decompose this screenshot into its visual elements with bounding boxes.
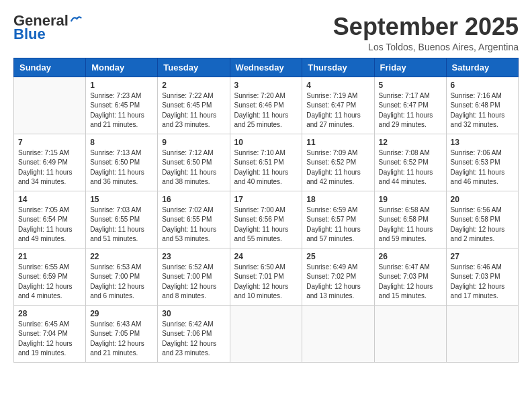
day-number: 3	[234, 81, 298, 90]
calendar-cell-w3-d3: 16Sunrise: 7:02 AMSunset: 6:55 PMDayligh…	[158, 191, 230, 248]
day-number: 4	[306, 81, 369, 90]
day-number: 28	[18, 309, 81, 318]
calendar-cell-w3-d5: 18Sunrise: 6:59 AMSunset: 6:57 PMDayligh…	[302, 191, 374, 248]
calendar-cell-w5-d4	[230, 305, 302, 362]
day-info: Sunrise: 7:02 AMSunset: 6:55 PMDaylight:…	[162, 205, 225, 244]
calendar-table: Sunday Monday Tuesday Wednesday Thursday…	[13, 58, 519, 363]
calendar-cell-w5-d3: 30Sunrise: 6:42 AMSunset: 7:06 PMDayligh…	[158, 305, 230, 362]
week-row-5: 28Sunrise: 6:45 AMSunset: 7:04 PMDayligh…	[14, 305, 519, 362]
calendar-cell-w1-d2: 1Sunrise: 7:23 AMSunset: 6:45 PMDaylight…	[86, 77, 158, 134]
day-number: 18	[306, 195, 369, 204]
calendar-header-row: Sunday Monday Tuesday Wednesday Thursday…	[14, 58, 519, 77]
calendar-cell-w2-d4: 10Sunrise: 7:10 AMSunset: 6:51 PMDayligh…	[230, 134, 302, 191]
calendar-cell-w4-d4: 24Sunrise: 6:50 AMSunset: 7:01 PMDayligh…	[230, 248, 302, 305]
day-info: Sunrise: 6:47 AMSunset: 7:03 PMDaylight:…	[379, 263, 442, 302]
calendar-cell-w4-d2: 22Sunrise: 6:53 AMSunset: 7:00 PMDayligh…	[86, 248, 158, 305]
day-number: 15	[90, 195, 153, 204]
calendar-cell-w4-d6: 26Sunrise: 6:47 AMSunset: 7:03 PMDayligh…	[374, 248, 446, 305]
day-number: 25	[306, 252, 369, 261]
day-info: Sunrise: 7:15 AMSunset: 6:49 PMDaylight:…	[18, 148, 81, 187]
col-saturday: Saturday	[446, 58, 518, 77]
calendar-cell-w1-d6: 5Sunrise: 7:17 AMSunset: 6:47 PMDaylight…	[374, 77, 446, 134]
calendar-cell-w3-d2: 15Sunrise: 7:03 AMSunset: 6:55 PMDayligh…	[86, 191, 158, 248]
page-header: General Blue September 2025 Los Toldos, …	[13, 13, 519, 52]
day-info: Sunrise: 7:00 AMSunset: 6:56 PMDaylight:…	[234, 205, 298, 244]
day-info: Sunrise: 7:23 AMSunset: 6:45 PMDaylight:…	[90, 91, 153, 130]
day-number: 27	[451, 252, 514, 261]
calendar-cell-w5-d1: 28Sunrise: 6:45 AMSunset: 7:04 PMDayligh…	[14, 305, 86, 362]
day-number: 11	[306, 138, 369, 147]
logo: General Blue	[13, 13, 82, 43]
calendar-cell-w3-d4: 17Sunrise: 7:00 AMSunset: 6:56 PMDayligh…	[230, 191, 302, 248]
day-number: 17	[234, 195, 298, 204]
day-number: 12	[379, 138, 442, 147]
day-number: 19	[379, 195, 442, 204]
day-number: 26	[379, 252, 442, 261]
day-info: Sunrise: 6:49 AMSunset: 7:02 PMDaylight:…	[306, 263, 369, 302]
col-sunday: Sunday	[14, 58, 86, 77]
day-number: 24	[234, 252, 298, 261]
month-title: September 2025	[333, 13, 519, 40]
day-number: 16	[162, 195, 225, 204]
day-info: Sunrise: 7:03 AMSunset: 6:55 PMDaylight:…	[90, 205, 153, 244]
week-row-4: 21Sunrise: 6:55 AMSunset: 6:59 PMDayligh…	[14, 248, 519, 305]
day-info: Sunrise: 6:45 AMSunset: 7:04 PMDaylight:…	[18, 320, 81, 359]
calendar-cell-w2-d1: 7Sunrise: 7:15 AMSunset: 6:49 PMDaylight…	[14, 134, 86, 191]
day-number: 6	[451, 81, 514, 90]
calendar-cell-w2-d3: 9Sunrise: 7:12 AMSunset: 6:50 PMDaylight…	[158, 134, 230, 191]
day-number: 7	[18, 138, 81, 147]
day-info: Sunrise: 7:09 AMSunset: 6:52 PMDaylight:…	[306, 148, 369, 187]
calendar-cell-w1-d7: 6Sunrise: 7:16 AMSunset: 6:48 PMDaylight…	[446, 77, 518, 134]
day-info: Sunrise: 6:53 AMSunset: 7:00 PMDaylight:…	[90, 263, 153, 302]
day-info: Sunrise: 7:20 AMSunset: 6:46 PMDaylight:…	[234, 91, 298, 130]
calendar-cell-w5-d7	[446, 305, 518, 362]
col-friday: Friday	[374, 58, 446, 77]
calendar-cell-w3-d7: 20Sunrise: 6:56 AMSunset: 6:58 PMDayligh…	[446, 191, 518, 248]
day-info: Sunrise: 7:10 AMSunset: 6:51 PMDaylight:…	[234, 148, 298, 187]
day-number: 10	[234, 138, 298, 147]
calendar-cell-w3-d1: 14Sunrise: 7:05 AMSunset: 6:54 PMDayligh…	[14, 191, 86, 248]
day-info: Sunrise: 7:08 AMSunset: 6:52 PMDaylight:…	[379, 148, 442, 187]
day-info: Sunrise: 6:46 AMSunset: 7:03 PMDaylight:…	[451, 263, 514, 302]
calendar-cell-w2-d5: 11Sunrise: 7:09 AMSunset: 6:52 PMDayligh…	[302, 134, 374, 191]
day-number: 5	[379, 81, 442, 90]
location-subtitle: Los Toldos, Buenos Aires, Argentina	[333, 42, 519, 52]
day-info: Sunrise: 7:17 AMSunset: 6:47 PMDaylight:…	[379, 91, 442, 130]
logo-icon	[70, 15, 82, 27]
day-number: 21	[18, 252, 81, 261]
calendar-cell-w4-d3: 23Sunrise: 6:52 AMSunset: 7:00 PMDayligh…	[158, 248, 230, 305]
col-tuesday: Tuesday	[158, 58, 230, 77]
day-number: 22	[90, 252, 153, 261]
calendar-cell-w3-d6: 19Sunrise: 6:58 AMSunset: 6:58 PMDayligh…	[374, 191, 446, 248]
calendar-cell-w1-d3: 2Sunrise: 7:22 AMSunset: 6:45 PMDaylight…	[158, 77, 230, 134]
calendar-cell-w4-d7: 27Sunrise: 6:46 AMSunset: 7:03 PMDayligh…	[446, 248, 518, 305]
calendar-cell-w1-d4: 3Sunrise: 7:20 AMSunset: 6:46 PMDaylight…	[230, 77, 302, 134]
day-info: Sunrise: 6:55 AMSunset: 6:59 PMDaylight:…	[18, 263, 81, 302]
calendar-cell-w1-d1	[14, 77, 86, 134]
day-info: Sunrise: 7:22 AMSunset: 6:45 PMDaylight:…	[162, 91, 225, 130]
week-row-3: 14Sunrise: 7:05 AMSunset: 6:54 PMDayligh…	[14, 191, 519, 248]
day-number: 30	[162, 309, 225, 318]
day-number: 23	[162, 252, 225, 261]
day-info: Sunrise: 7:13 AMSunset: 6:50 PMDaylight:…	[90, 148, 153, 187]
day-number: 2	[162, 81, 225, 90]
week-row-1: 1Sunrise: 7:23 AMSunset: 6:45 PMDaylight…	[14, 77, 519, 134]
day-info: Sunrise: 7:19 AMSunset: 6:47 PMDaylight:…	[306, 91, 369, 130]
calendar-cell-w4-d5: 25Sunrise: 6:49 AMSunset: 7:02 PMDayligh…	[302, 248, 374, 305]
calendar-cell-w5-d5	[302, 305, 374, 362]
col-monday: Monday	[86, 58, 158, 77]
day-number: 14	[18, 195, 81, 204]
day-number: 20	[451, 195, 514, 204]
calendar-cell-w2-d6: 12Sunrise: 7:08 AMSunset: 6:52 PMDayligh…	[374, 134, 446, 191]
week-row-2: 7Sunrise: 7:15 AMSunset: 6:49 PMDaylight…	[14, 134, 519, 191]
day-number: 9	[162, 138, 225, 147]
day-info: Sunrise: 7:12 AMSunset: 6:50 PMDaylight:…	[162, 148, 225, 187]
day-number: 29	[90, 309, 153, 318]
day-info: Sunrise: 6:52 AMSunset: 7:00 PMDaylight:…	[162, 263, 225, 302]
calendar-cell-w4-d1: 21Sunrise: 6:55 AMSunset: 6:59 PMDayligh…	[14, 248, 86, 305]
logo-blue-text: Blue	[13, 26, 46, 42]
day-info: Sunrise: 7:16 AMSunset: 6:48 PMDaylight:…	[451, 91, 514, 130]
col-wednesday: Wednesday	[230, 58, 302, 77]
day-number: 1	[90, 81, 153, 90]
day-info: Sunrise: 6:59 AMSunset: 6:57 PMDaylight:…	[306, 205, 369, 244]
